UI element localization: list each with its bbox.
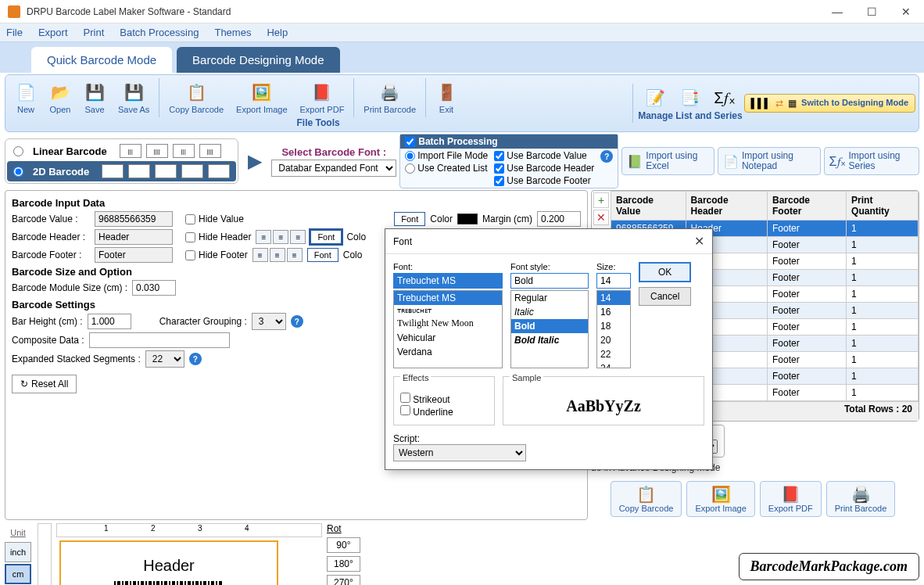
2d-barcode-option[interactable]: 2D Barcode ▦▩▦▩▦ — [7, 161, 236, 181]
barcode-header-input[interactable] — [95, 229, 173, 245]
font-name-input[interactable] — [393, 273, 503, 289]
col-footer[interactable]: Barcode Footer — [767, 192, 846, 221]
menu-file[interactable]: File — [6, 27, 23, 38]
pdf-icon: 📕 — [311, 81, 333, 103]
series-button[interactable]: 📑 — [673, 85, 707, 110]
copy-barcode-btn2[interactable]: 📋Copy Barcode — [611, 481, 682, 517]
barcode-footer-input[interactable] — [95, 247, 173, 263]
unit-cm[interactable]: cm — [5, 564, 31, 584]
manage-list-label: Manage List and Series — [638, 110, 742, 121]
bar-height-input[interactable] — [88, 314, 131, 329]
import-series-button[interactable]: Σ𝑓ₓImport using Series — [824, 147, 919, 175]
col-value[interactable]: Barcode Value — [611, 192, 686, 221]
font-cancel-button[interactable]: Cancel — [639, 287, 691, 306]
script-select[interactable]: Western — [393, 444, 526, 461]
linear-barcode-option[interactable]: Linear Barcode |||||||||||||| — [7, 141, 236, 161]
col-header[interactable]: Barcode Header — [686, 192, 767, 221]
exit-button[interactable]: 🚪Exit — [429, 80, 464, 116]
switch-mode-button[interactable]: ▌▌▌ ⇄ ▦ Switch to Designing Mode — [744, 94, 915, 113]
align-right[interactable]: ≡ — [290, 230, 306, 244]
image-icon: 🖼️ — [251, 81, 273, 103]
save-button[interactable]: 💾Save — [77, 80, 112, 116]
menu-batch[interactable]: Batch Processing — [120, 27, 199, 38]
2d-radio[interactable] — [13, 167, 23, 177]
style-list[interactable]: Regular Italic Bold Bold Italic — [510, 290, 589, 368]
batch-help-icon[interactable]: ? — [600, 150, 613, 163]
value-font-button[interactable]: Font — [394, 212, 425, 226]
align-center[interactable]: ≡ — [273, 230, 288, 244]
hide-value-checkbox[interactable] — [185, 214, 195, 224]
align-right-f[interactable]: ≡ — [287, 248, 303, 262]
import-excel-button[interactable]: 📗Import using Excel — [621, 147, 714, 175]
footer-font-button[interactable]: Font — [307, 248, 338, 262]
maximize-button[interactable]: ☐ — [861, 4, 882, 20]
label-canvas[interactable]: Header 968 855 663 59 Footer — [59, 540, 278, 585]
export-image-button[interactable]: 🖼️Export Image — [230, 80, 293, 116]
stacked-help[interactable]: ? — [189, 353, 202, 365]
menu-help[interactable]: Help — [267, 27, 288, 38]
export-pdf-button[interactable]: 📕Export PDF — [294, 80, 351, 116]
tab-quick-mode[interactable]: Quick Barcode Mode — [31, 47, 172, 73]
app-icon — [8, 5, 20, 18]
export-image-btn2[interactable]: 🖼️Export Image — [686, 481, 754, 517]
stacked-select[interactable]: 22 — [145, 350, 184, 368]
main-toolbar: 📄New 📂Open 💾Save 💾Save As 📋Copy Barcode … — [5, 74, 919, 132]
hide-header-checkbox[interactable] — [185, 232, 195, 242]
sigma-icon: Σ𝑓ₓ — [714, 87, 736, 109]
menu-print[interactable]: Print — [84, 27, 105, 38]
value-color-swatch[interactable] — [457, 214, 478, 224]
hide-footer-checkbox[interactable] — [185, 250, 195, 260]
tab-design-mode[interactable]: Barcode Designing Mode — [177, 47, 339, 73]
close-button[interactable]: ✕ — [896, 4, 916, 20]
sigma-icon: Σ𝑓ₓ — [829, 152, 846, 170]
module-size-input[interactable] — [132, 280, 176, 296]
use-created-list-radio[interactable] — [405, 163, 415, 174]
rot-90[interactable]: 90° — [327, 537, 360, 553]
align-left[interactable]: ≡ — [256, 230, 271, 244]
use-bf-checkbox[interactable] — [494, 176, 504, 186]
rot-270[interactable]: 270° — [327, 575, 360, 585]
import-file-mode-radio[interactable] — [405, 151, 415, 161]
align-center-f[interactable]: ≡ — [270, 248, 285, 262]
char-grouping-select[interactable]: 3 — [252, 313, 286, 330]
menu-export[interactable]: Export — [38, 27, 68, 38]
align-left-f[interactable]: ≡ — [252, 248, 268, 262]
open-button[interactable]: 📂Open — [43, 80, 77, 116]
reset-all-button[interactable]: ↻Reset All — [12, 375, 77, 393]
underline-checkbox[interactable] — [400, 405, 410, 415]
print-barcode-btn2[interactable]: 🖨️Print Barcode — [826, 481, 896, 517]
edit-list-button[interactable]: 📝 — [639, 85, 673, 110]
menu-themes[interactable]: Themes — [214, 27, 251, 38]
strikeout-checkbox[interactable] — [400, 393, 410, 403]
import-notepad-button[interactable]: 📄Import using Notepad — [718, 147, 821, 175]
use-bv-checkbox[interactable] — [494, 151, 504, 161]
header-font-button[interactable]: Font — [310, 230, 342, 244]
swap-icon: ⇄ — [775, 98, 783, 109]
export-pdf-btn2[interactable]: 📕Export PDF — [760, 481, 822, 517]
composite-input[interactable] — [89, 332, 230, 348]
unit-inch[interactable]: inch — [5, 542, 31, 562]
linear-radio[interactable] — [13, 146, 23, 156]
new-button[interactable]: 📄New — [9, 80, 43, 116]
add-row-button[interactable]: + — [593, 192, 609, 208]
save-as-button[interactable]: 💾Save As — [112, 80, 156, 116]
font-dialog-close[interactable]: ✕ — [694, 234, 704, 249]
batch-checkbox[interactable] — [405, 137, 415, 147]
print-barcode-button[interactable]: 🖨️Print Barcode — [357, 80, 422, 116]
formula-button[interactable]: Σ𝑓ₓ — [707, 85, 742, 110]
size-list[interactable]: 14 16 18 20 22 24 26 — [596, 290, 631, 368]
font-size-input[interactable] — [596, 273, 631, 289]
font-ok-button[interactable]: OK — [639, 262, 691, 282]
minimize-button[interactable]: — — [827, 4, 847, 20]
col-qty[interactable]: Print Quantity — [847, 192, 919, 221]
char-group-help[interactable]: ? — [291, 315, 303, 328]
barcode-font-dropdown[interactable]: Databar Expanded Font — [271, 160, 396, 177]
use-bh-checkbox[interactable] — [494, 163, 504, 174]
font-list[interactable]: Trebuchet MS ᴛʀᴇʙᴜᴄʜᴇᴛ Twilight New Moon… — [393, 290, 503, 368]
rot-180[interactable]: 180° — [327, 556, 360, 572]
barcode-value-input[interactable] — [95, 211, 173, 227]
font-style-input[interactable] — [510, 273, 589, 289]
delete-row-button[interactable]: ✕ — [593, 210, 609, 225]
copy-barcode-button[interactable]: 📋Copy Barcode — [163, 80, 230, 116]
margin-input[interactable] — [537, 211, 581, 227]
